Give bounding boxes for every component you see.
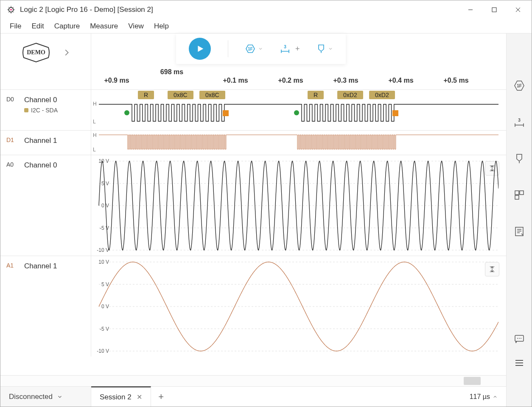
decode-tag[interactable]: R xyxy=(308,91,324,99)
menu-view[interactable]: View xyxy=(125,20,147,32)
start-marker-icon xyxy=(124,110,129,115)
zoom-readout[interactable]: 117 µs xyxy=(461,387,506,407)
decode-tag[interactable]: R xyxy=(138,91,154,99)
notes-panel-button[interactable] xyxy=(514,226,525,237)
decode-tag[interactable]: 0x8C xyxy=(199,91,225,99)
device-expand-button[interactable] xyxy=(62,48,71,57)
demo-badge-icon: DEMO xyxy=(20,42,52,64)
status-bar: Disconnected Session 2 ✕ + 117 µs xyxy=(0,386,506,407)
ruler-mark: +0.3 ms xyxy=(333,77,358,84)
channel-name: Channel 0 xyxy=(24,161,57,170)
svg-text:1F: 1F xyxy=(517,84,522,88)
protocol-color-icon xyxy=(24,108,28,112)
svg-point-25 xyxy=(521,338,521,339)
menu-capture[interactable]: Capture xyxy=(51,20,83,32)
plus-icon: + xyxy=(295,45,300,53)
svg-text:DEMO: DEMO xyxy=(27,49,45,56)
svg-rect-2 xyxy=(492,8,496,12)
analyzers-dropdown[interactable]: 1F xyxy=(245,44,263,54)
ruler-mark: +0.2 ms xyxy=(278,77,303,84)
toolbar-divider xyxy=(228,40,228,57)
capture-toolbar: 1F 3 + xyxy=(176,33,346,64)
window-maximize-button[interactable] xyxy=(482,0,506,19)
track-a1[interactable]: A1 Channel 1 10 V5 V0 V-5 V-10 V xyxy=(0,256,506,357)
svg-point-1 xyxy=(10,9,12,11)
menu-bar: File Edit Capture Measure View Help xyxy=(0,19,532,33)
start-marker-icon xyxy=(294,110,299,115)
measurements-panel-button[interactable]: 3 xyxy=(514,117,525,128)
start-capture-button[interactable] xyxy=(189,38,211,60)
minimap-thumb[interactable] xyxy=(464,377,481,385)
title-bar: Logic 2 [Logic Pro 16 - Demo] [Session 2… xyxy=(0,0,532,19)
channel-id: D1 xyxy=(6,137,18,149)
channel-id: A1 xyxy=(6,262,18,351)
svg-point-23 xyxy=(517,338,518,339)
svg-rect-20 xyxy=(515,195,519,199)
svg-rect-19 xyxy=(520,191,524,195)
ruler-center-time: 698 ms xyxy=(160,68,183,76)
channel-id: A0 xyxy=(6,161,18,250)
device-panel: DEMO xyxy=(0,33,91,72)
decode-tag[interactable]: 0x8C xyxy=(168,91,193,99)
svg-text:3: 3 xyxy=(518,118,521,123)
decode-tag[interactable]: 0xD2 xyxy=(369,91,395,99)
menu-file[interactable]: File xyxy=(6,20,25,32)
channel-id: D0 xyxy=(6,96,18,124)
stop-marker-icon xyxy=(392,110,398,116)
chevron-down-icon xyxy=(328,46,333,51)
svg-text:3: 3 xyxy=(284,45,286,49)
track-d0[interactable]: D0 Channel 0 I2C - SDA H L R0x8C0x8CR0xD… xyxy=(0,89,506,130)
session-tab[interactable]: Session 2 ✕ xyxy=(91,386,151,407)
channel-name: Channel 0 xyxy=(24,96,58,104)
window-close-button[interactable] xyxy=(506,0,530,19)
analyzers-panel-button[interactable]: 1F xyxy=(514,80,525,91)
ruler-mark: +0.9 ms xyxy=(104,77,129,84)
channel-name: Channel 1 xyxy=(24,262,57,270)
ruler-mark: +0.4 ms xyxy=(388,77,413,84)
feedback-button[interactable] xyxy=(514,334,525,345)
menu-help[interactable]: Help xyxy=(151,20,172,32)
svg-rect-18 xyxy=(515,191,519,195)
add-session-button[interactable]: + xyxy=(151,387,171,407)
timeline-minimap[interactable] xyxy=(0,375,506,386)
chevron-down-icon xyxy=(258,46,263,51)
measurements-add-button[interactable]: 3 + xyxy=(280,44,300,54)
ruler-mark: +0.1 ms xyxy=(223,77,248,84)
channel-protocol: I2C - SDA xyxy=(24,107,58,114)
window-minimize-button[interactable] xyxy=(459,0,482,19)
chevron-down-icon xyxy=(57,394,63,400)
channel-name: Channel 1 xyxy=(24,137,57,145)
window-title: Logic 2 [Logic Pro 16 - Demo] [Session 2… xyxy=(20,6,153,14)
main-menu-button[interactable] xyxy=(514,357,525,368)
session-tab-label: Session 2 xyxy=(100,393,132,401)
time-ruler[interactable]: 698 ms +0.9 ms +0.1 ms +0.2 ms +0.3 ms +… xyxy=(91,72,506,89)
chevron-up-icon xyxy=(493,394,498,399)
svg-point-24 xyxy=(519,338,520,339)
svg-text:1F: 1F xyxy=(248,47,253,51)
menu-measure[interactable]: Measure xyxy=(87,20,121,32)
session-close-button[interactable]: ✕ xyxy=(137,393,142,401)
track-d1[interactable]: D1 Channel 1 H L xyxy=(0,130,506,155)
app-icon xyxy=(6,5,16,14)
decode-tag[interactable]: 0xD2 xyxy=(337,91,363,99)
ruler-mark: +0.5 ms xyxy=(443,77,468,84)
extensions-panel-button[interactable] xyxy=(514,190,525,201)
track-a0[interactable]: A0 Channel 0 10 V5 V0 V-5 V-10 V xyxy=(0,155,506,256)
markers-dropdown[interactable] xyxy=(317,44,333,54)
menu-edit[interactable]: Edit xyxy=(28,20,47,32)
right-sidebar: 1F 3 xyxy=(506,33,532,407)
stop-marker-icon xyxy=(223,110,229,116)
markers-panel-button[interactable] xyxy=(514,153,525,164)
device-status-dropdown[interactable]: Disconnected xyxy=(0,387,91,407)
